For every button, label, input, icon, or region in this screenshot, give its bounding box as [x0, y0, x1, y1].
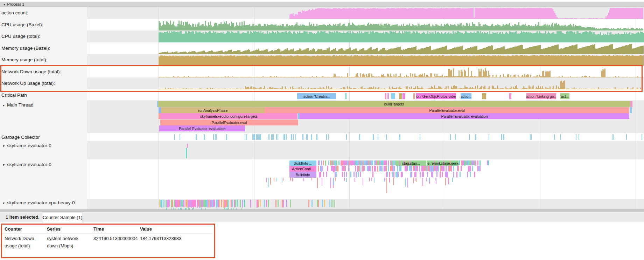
span-label: Parallel Evaluator evaluation: [441, 114, 488, 118]
cpu-heavy-activity-canvas[interactable]: [0, 200, 644, 210]
timeline-span[interactable]: [509, 93, 511, 99]
collapse-arrow-icon[interactable]: ▾: [3, 103, 5, 107]
span-label: skyframeExecutor.configureTargets: [200, 114, 258, 118]
timeline-span[interactable]: [385, 93, 386, 99]
timeline-span[interactable]: BuildInfo: [289, 172, 316, 178]
span-label: ActionConti...: [292, 167, 314, 171]
timeline-span[interactable]: [399, 93, 402, 99]
timeline-span[interactable]: [413, 93, 415, 99]
timeline-span[interactable]: action 'Linking go...: [526, 93, 556, 99]
sidebar-item-skyframe-evaluator-cpu-heavy[interactable]: ▾skyframe-evaluator-cpu-heavy-0: [1, 199, 86, 206]
sidebar-item-cpu-total[interactable]: CPU usage (total):: [1, 30, 86, 42]
selection-highlight-table: [1, 224, 215, 258]
span-label: stage.gene.remot.stage.gener.remot...: [427, 161, 458, 165]
track-title: skyframe-evaluator-0: [7, 162, 51, 167]
track-title: skyframe-evaluator-cpu-heavy-0: [7, 200, 75, 205]
span-label: action 'GenObjcProtos video/...: [416, 94, 456, 98]
process-group-header[interactable]: ▾Process 1: [0, 2, 644, 7]
span-label: runAnalysisPhase: [198, 108, 227, 112]
panel-divider[interactable]: [0, 210, 644, 212]
span-label: stag.stag...: [402, 161, 420, 165]
timeline-span[interactable]: stage.gene.remot.stage.gener.remot...: [427, 160, 458, 166]
sidebar-item-mem-total[interactable]: Memory usage (total):: [1, 54, 86, 66]
timeline-span[interactable]: actio...: [461, 93, 471, 99]
sidebar-item-skyframe-evaluator-0-b[interactable]: ▾skyframe-evaluator-0: [1, 161, 86, 168]
timeline-span[interactable]: ParallelEvaluator.eval: [160, 119, 298, 125]
sidebar-item-mem-bazel[interactable]: Memory usage (Bazel):: [1, 42, 86, 54]
timeline-stage: action 'Creatin...action 'GenObjcProtos …: [0, 0, 644, 210]
selection-highlight-network-rows: [0, 65, 643, 92]
counter-chart-1[interactable]: [0, 19, 644, 30]
counter-chart-3[interactable]: [0, 42, 644, 54]
timeline-span[interactable]: BuildInfo ...: [289, 160, 316, 166]
timeline-span[interactable]: skyframeExecutor.configureTargets: [160, 113, 298, 119]
collapse-arrow-icon[interactable]: ▾: [3, 163, 5, 167]
collapsed-track-sliver[interactable]: [186, 148, 187, 158]
sidebar-item-main-thread[interactable]: ▾Main Thread: [1, 102, 86, 109]
track-row-bg: [87, 141, 644, 159]
span-label: ParallelEvaluator.eval: [429, 108, 465, 112]
timeline-span[interactable]: [345, 93, 346, 99]
details-panel: 1 item selected. Counter Sample (1) Coun…: [0, 212, 644, 260]
timeline-span[interactable]: act...: [560, 93, 569, 99]
span-label: actio...: [461, 94, 471, 98]
sidebar-item-critical-path[interactable]: Critical Path: [1, 90, 86, 100]
span-label: BuildInfo ...: [294, 161, 312, 165]
timeline-span[interactable]: [159, 107, 161, 113]
timeline-span[interactable]: Parallel Evaluator evaluation: [159, 125, 245, 131]
timeline-span[interactable]: buildTargets: [158, 101, 630, 107]
span-label: BuildInfo: [296, 173, 310, 177]
process-title: Process 1: [7, 2, 24, 6]
span-label: act...: [561, 94, 569, 98]
collapse-arrow-icon[interactable]: ▾: [3, 201, 5, 205]
track-title: Main Thread: [7, 102, 34, 108]
collapse-arrow-icon[interactable]: ▾: [3, 144, 5, 148]
timeline-span[interactable]: [482, 93, 486, 99]
sidebar-item-skyframe-evaluator-0-a[interactable]: ▾skyframe-evaluator-0: [1, 142, 86, 149]
track-sidebar: action count: CPU usage (Bazel): CPU usa…: [0, 7, 87, 210]
counter-chart-4[interactable]: [0, 54, 644, 66]
timeline-span[interactable]: action 'GenObjcProtos video/...: [416, 93, 456, 99]
span-label: ParallelEvaluator.eval: [212, 121, 247, 125]
sidebar-item-garbage-collector[interactable]: Garbage Collector: [1, 134, 86, 141]
span-label: buildTargets: [384, 102, 404, 106]
span-label: action 'Creatin...: [303, 94, 330, 98]
timeline-span[interactable]: stag.stag...: [396, 160, 426, 166]
selection-status: 1 item selected.: [6, 212, 40, 222]
span-label: action 'Linking go...: [526, 94, 556, 98]
timeline-span[interactable]: runAnalysisPhase: [161, 107, 265, 113]
collapsed-track-sliver[interactable]: [187, 144, 188, 148]
counter-chart-0[interactable]: [0, 7, 644, 19]
details-panel-header: 1 item selected. Counter Sample (1): [0, 212, 644, 222]
span-label: Parallel Evaluator evaluation: [179, 126, 225, 131]
timeline-span[interactable]: action 'Creatin...: [297, 93, 336, 99]
timeline-span[interactable]: [387, 93, 389, 99]
counter-chart-2[interactable]: [0, 30, 644, 42]
timeline-span[interactable]: Parallel Evaluator evaluation: [300, 113, 629, 119]
track-title: skyframe-evaluator-0: [7, 143, 51, 148]
timeline-span[interactable]: [630, 107, 632, 113]
tab-counter-sample[interactable]: Counter Sample (1): [42, 213, 83, 223]
timeline-span[interactable]: [391, 93, 395, 99]
timeline-span[interactable]: ParallelEvaluator.eval: [265, 107, 629, 113]
sidebar-item-action-count[interactable]: action count:: [1, 7, 86, 19]
trace-viewer-window: { "icons": { "collapse_arrow": "\u25be" …: [0, 0, 644, 260]
evaluator-activity-canvas[interactable]: [0, 159, 644, 199]
sidebar-item-cpu-bazel[interactable]: CPU usage (Bazel):: [1, 19, 86, 30]
gc-ticks-canvas[interactable]: [0, 134, 644, 140]
timeline-span[interactable]: [402, 93, 405, 99]
timeline-span[interactable]: ActionConti...: [289, 166, 316, 172]
timeline-span[interactable]: [630, 101, 632, 107]
collapse-arrow-icon[interactable]: ▾: [4, 3, 5, 6]
